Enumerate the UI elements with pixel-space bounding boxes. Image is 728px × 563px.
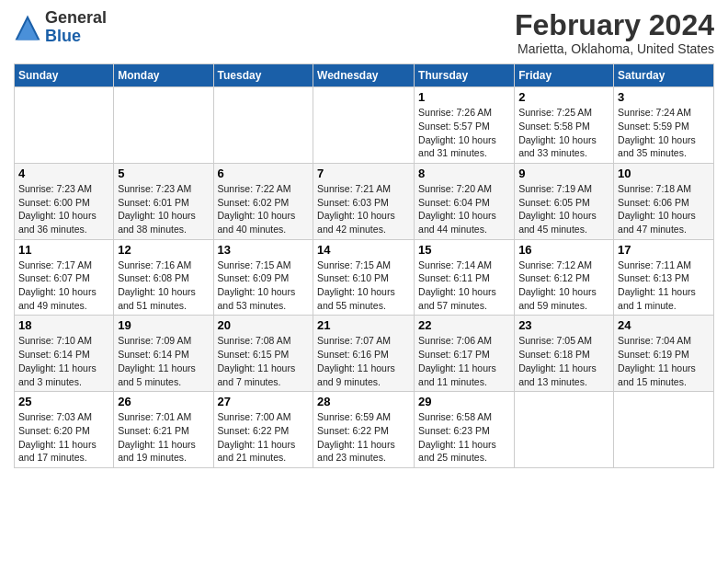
- day-number: 25: [18, 395, 109, 408]
- calendar-cell: 5Sunrise: 7:23 AM Sunset: 6:01 PM Daylig…: [114, 163, 213, 239]
- day-number: 6: [218, 167, 310, 180]
- day-info: Sunrise: 7:12 AM Sunset: 6:12 PM Dayligh…: [518, 259, 609, 313]
- logo-line2: Blue: [45, 27, 81, 45]
- day-number: 23: [518, 318, 609, 332]
- week-row-2: 4Sunrise: 7:23 AM Sunset: 6:00 PM Daylig…: [15, 163, 714, 239]
- page-container: General Blue February 2024 Marietta, Okl…: [0, 0, 728, 477]
- day-number: 28: [317, 395, 410, 408]
- day-number: 12: [118, 243, 209, 257]
- day-number: 1: [418, 90, 510, 104]
- day-number: 26: [118, 395, 209, 408]
- day-number: 14: [317, 243, 410, 257]
- day-number: 20: [218, 318, 310, 332]
- calendar-cell: 6Sunrise: 7:22 AM Sunset: 6:02 PM Daylig…: [213, 163, 313, 239]
- day-info: Sunrise: 7:09 AM Sunset: 6:14 PM Dayligh…: [118, 334, 209, 388]
- day-info: Sunrise: 7:05 AM Sunset: 6:18 PM Dayligh…: [518, 334, 609, 388]
- calendar-cell: 26Sunrise: 7:01 AM Sunset: 6:21 PM Dayli…: [114, 392, 213, 468]
- calendar-cell: 13Sunrise: 7:15 AM Sunset: 6:09 PM Dayli…: [213, 239, 313, 316]
- day-info: Sunrise: 7:26 AM Sunset: 5:57 PM Dayligh…: [418, 106, 510, 160]
- day-number: 9: [518, 167, 609, 180]
- logo-icon: [14, 14, 41, 41]
- calendar-cell: 8Sunrise: 7:20 AM Sunset: 6:04 PM Daylig…: [415, 163, 515, 239]
- weekday-header-monday: Monday: [114, 64, 213, 87]
- day-number: 11: [18, 243, 109, 257]
- calendar-cell: 29Sunrise: 6:58 AM Sunset: 6:23 PM Dayli…: [415, 392, 515, 468]
- day-number: 17: [618, 243, 710, 257]
- calendar-table: SundayMondayTuesdayWednesdayThursdayFrid…: [14, 63, 714, 468]
- logo-text: General Blue: [45, 9, 107, 46]
- day-info: Sunrise: 7:11 AM Sunset: 6:13 PM Dayligh…: [618, 259, 710, 313]
- day-number: 3: [618, 90, 710, 104]
- weekday-header-wednesday: Wednesday: [313, 64, 415, 87]
- day-number: 5: [118, 167, 209, 180]
- week-row-5: 25Sunrise: 7:03 AM Sunset: 6:20 PM Dayli…: [15, 392, 714, 468]
- month-title: February 2024: [515, 9, 714, 41]
- calendar-cell: 25Sunrise: 7:03 AM Sunset: 6:20 PM Dayli…: [15, 392, 114, 468]
- day-number: 24: [618, 318, 710, 332]
- weekday-header-saturday: Saturday: [614, 64, 714, 87]
- day-info: Sunrise: 6:59 AM Sunset: 6:22 PM Dayligh…: [317, 410, 410, 465]
- day-info: Sunrise: 7:21 AM Sunset: 6:03 PM Dayligh…: [317, 182, 410, 236]
- calendar-cell: 9Sunrise: 7:19 AM Sunset: 6:05 PM Daylig…: [515, 163, 614, 239]
- day-info: Sunrise: 7:04 AM Sunset: 6:19 PM Dayligh…: [618, 334, 710, 388]
- day-number: 13: [218, 243, 310, 257]
- day-info: Sunrise: 7:22 AM Sunset: 6:02 PM Dayligh…: [218, 182, 310, 236]
- calendar-cell: [313, 87, 415, 164]
- day-info: Sunrise: 7:01 AM Sunset: 6:21 PM Dayligh…: [118, 410, 209, 465]
- weekday-header-friday: Friday: [515, 64, 614, 87]
- day-info: Sunrise: 7:23 AM Sunset: 6:01 PM Dayligh…: [118, 182, 209, 236]
- calendar-cell: 1Sunrise: 7:26 AM Sunset: 5:57 PM Daylig…: [415, 87, 515, 164]
- location: Marietta, Oklahoma, United States: [515, 41, 714, 56]
- day-info: Sunrise: 7:23 AM Sunset: 6:00 PM Dayligh…: [18, 182, 109, 236]
- day-number: 4: [18, 167, 109, 180]
- day-number: 7: [317, 167, 410, 180]
- logo: General Blue: [14, 9, 107, 46]
- calendar-cell: 20Sunrise: 7:08 AM Sunset: 6:15 PM Dayli…: [213, 316, 313, 392]
- day-info: Sunrise: 7:25 AM Sunset: 5:58 PM Dayligh…: [518, 106, 609, 160]
- day-info: Sunrise: 7:17 AM Sunset: 6:07 PM Dayligh…: [18, 259, 109, 313]
- calendar-cell: 12Sunrise: 7:16 AM Sunset: 6:08 PM Dayli…: [114, 239, 213, 316]
- calendar-cell: 14Sunrise: 7:15 AM Sunset: 6:10 PM Dayli…: [313, 239, 415, 316]
- calendar-cell: [114, 87, 213, 164]
- day-info: Sunrise: 7:15 AM Sunset: 6:10 PM Dayligh…: [317, 259, 410, 313]
- day-info: Sunrise: 7:08 AM Sunset: 6:15 PM Dayligh…: [218, 334, 310, 388]
- weekday-header-thursday: Thursday: [415, 64, 515, 87]
- week-row-1: 1Sunrise: 7:26 AM Sunset: 5:57 PM Daylig…: [15, 87, 714, 164]
- day-info: Sunrise: 7:19 AM Sunset: 6:05 PM Dayligh…: [518, 182, 609, 236]
- day-info: Sunrise: 7:18 AM Sunset: 6:06 PM Dayligh…: [618, 182, 710, 236]
- day-number: 19: [118, 318, 209, 332]
- day-number: 29: [418, 395, 510, 408]
- calendar-cell: 11Sunrise: 7:17 AM Sunset: 6:07 PM Dayli…: [15, 239, 114, 316]
- calendar-cell: 2Sunrise: 7:25 AM Sunset: 5:58 PM Daylig…: [515, 87, 614, 164]
- day-info: Sunrise: 7:14 AM Sunset: 6:11 PM Dayligh…: [418, 259, 510, 313]
- day-number: 27: [218, 395, 310, 408]
- header: General Blue February 2024 Marietta, Okl…: [14, 9, 714, 56]
- day-number: 22: [418, 318, 510, 332]
- calendar-cell: 7Sunrise: 7:21 AM Sunset: 6:03 PM Daylig…: [313, 163, 415, 239]
- logo-line1: General: [45, 8, 107, 27]
- calendar-cell: 22Sunrise: 7:06 AM Sunset: 6:17 PM Dayli…: [415, 316, 515, 392]
- day-info: Sunrise: 7:06 AM Sunset: 6:17 PM Dayligh…: [418, 334, 510, 388]
- week-row-4: 18Sunrise: 7:10 AM Sunset: 6:14 PM Dayli…: [15, 316, 714, 392]
- day-info: Sunrise: 7:07 AM Sunset: 6:16 PM Dayligh…: [317, 334, 410, 388]
- calendar-cell: [515, 392, 614, 468]
- day-number: 15: [418, 243, 510, 257]
- calendar-cell: [213, 87, 313, 164]
- calendar-cell: 10Sunrise: 7:18 AM Sunset: 6:06 PM Dayli…: [614, 163, 714, 239]
- calendar-cell: 27Sunrise: 7:00 AM Sunset: 6:22 PM Dayli…: [213, 392, 313, 468]
- day-info: Sunrise: 7:00 AM Sunset: 6:22 PM Dayligh…: [218, 410, 310, 465]
- calendar-cell: 15Sunrise: 7:14 AM Sunset: 6:11 PM Dayli…: [415, 239, 515, 316]
- weekday-header-sunday: Sunday: [15, 64, 114, 87]
- day-number: 21: [317, 318, 410, 332]
- day-number: 10: [618, 167, 710, 180]
- day-info: Sunrise: 7:15 AM Sunset: 6:09 PM Dayligh…: [218, 259, 310, 313]
- title-section: February 2024 Marietta, Oklahoma, United…: [515, 9, 714, 56]
- calendar-cell: 21Sunrise: 7:07 AM Sunset: 6:16 PM Dayli…: [313, 316, 415, 392]
- day-info: Sunrise: 6:58 AM Sunset: 6:23 PM Dayligh…: [418, 410, 510, 465]
- weekday-header-row: SundayMondayTuesdayWednesdayThursdayFrid…: [15, 64, 714, 87]
- calendar-cell: 17Sunrise: 7:11 AM Sunset: 6:13 PM Dayli…: [614, 239, 714, 316]
- weekday-header-tuesday: Tuesday: [213, 64, 313, 87]
- calendar-cell: 23Sunrise: 7:05 AM Sunset: 6:18 PM Dayli…: [515, 316, 614, 392]
- calendar-cell: [614, 392, 714, 468]
- calendar-cell: 4Sunrise: 7:23 AM Sunset: 6:00 PM Daylig…: [15, 163, 114, 239]
